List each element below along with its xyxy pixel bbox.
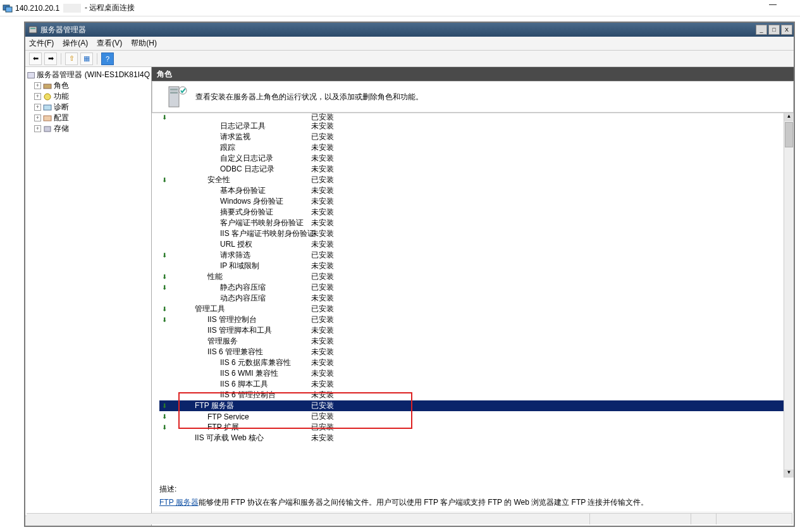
svg-point-6 (44, 94, 51, 100)
role-status: 已安装 (311, 175, 334, 185)
role-row[interactable]: 请求监视已安装 (159, 132, 784, 142)
role-row[interactable]: IIS 6 脚本工具未安装 (159, 379, 784, 390)
expand-icon[interactable]: + (34, 114, 41, 121)
role-row[interactable]: ⬇FTP Service已安装 (159, 411, 784, 422)
role-name: IP 和域限制 (169, 261, 259, 271)
role-row[interactable]: ⬇性能已安装 (159, 271, 784, 282)
back-button[interactable]: ⬅ (29, 53, 42, 65)
role-row[interactable]: ⬇IIS 管理控制台已安装 (159, 314, 784, 325)
role-status: 未安装 (311, 390, 334, 400)
features-icon (42, 92, 52, 101)
role-status: 未安装 (311, 325, 334, 336)
role-row[interactable]: ⬇已安装 (159, 113, 784, 121)
role-row[interactable]: ⬇静态内容压缩已安装 (159, 282, 784, 293)
svg-point-13 (179, 87, 187, 94)
role-row[interactable]: 基本身份验证未安装 (159, 185, 784, 196)
svg-rect-2 (29, 27, 37, 33)
scroll-down-arrow[interactable]: ▼ (784, 469, 794, 478)
role-row[interactable]: IIS 6 管理兼容性未安装 (159, 347, 784, 357)
installed-icon: ⬇ (159, 306, 169, 312)
description-text: FTP 服务器能够使用 FTP 协议在客户端和服务器之间传输文件。用户可以使用 … (159, 497, 782, 508)
close-button[interactable]: X (781, 25, 792, 35)
tree-features[interactable]: + 功能 (27, 91, 150, 102)
properties-button[interactable]: ▦ (80, 53, 93, 65)
menu-view[interactable]: 查看(V) (97, 38, 122, 49)
role-row[interactable]: IIS 6 元数据库兼容性未安装 (159, 357, 784, 368)
role-row[interactable]: IIS 6 WMI 兼容性未安装 (159, 368, 784, 379)
role-row[interactable]: ⬇FTP 服务器已安装 (159, 400, 784, 411)
role-status: 未安装 (311, 207, 334, 218)
info-banner: 查看安装在服务器上角色的运行状况，以及添加或删除角色和功能。 (152, 81, 794, 113)
role-row[interactable]: 自定义日志记录未安装 (159, 153, 784, 164)
menu-bar: 文件(F) 操作(A) 查看(V) 帮助(H) (25, 37, 794, 51)
role-row[interactable]: 管理服务未安装 (159, 336, 784, 347)
tree-roles[interactable]: + 角色 (27, 80, 150, 91)
role-status: 未安装 (311, 336, 334, 347)
menu-help[interactable]: 帮助(H) (131, 38, 157, 49)
role-row[interactable]: ⬇安全性已安装 (159, 175, 784, 185)
expand-icon[interactable]: + (34, 104, 41, 111)
role-status: 未安装 (311, 164, 334, 175)
role-status: 已安装 (311, 400, 334, 411)
expand-icon[interactable]: + (34, 125, 41, 132)
v-scrollbar[interactable]: ▲ ▼ (784, 113, 794, 478)
role-row[interactable]: 摘要式身份验证未安装 (159, 207, 784, 218)
role-row[interactable]: IIS 6 管理控制台未安装 (159, 390, 784, 400)
role-status: 未安装 (311, 368, 334, 379)
status-bar (27, 513, 792, 524)
nav-tree-panel: 服务器管理器 (WIN-ES1DK81I4Q + 角色 + 功能 + 诊断 (25, 67, 152, 526)
role-row[interactable]: Windows 身份验证未安装 (159, 196, 784, 207)
scroll-up-arrow[interactable]: ▲ (784, 113, 794, 121)
menu-file[interactable]: 文件(F) (29, 38, 54, 49)
svg-rect-12 (170, 92, 178, 94)
role-name: ODBC 日志记录 (169, 164, 274, 175)
tree-config[interactable]: + 配置 (27, 113, 150, 123)
section-header: 角色 (152, 67, 794, 81)
scroll-thumb[interactable] (785, 122, 793, 147)
installed-icon: ⬇ (159, 284, 169, 291)
role-status: 未安装 (311, 379, 334, 390)
role-row[interactable]: IP 和域限制未安装 (159, 261, 784, 271)
minimize-button[interactable]: _ (756, 25, 767, 35)
tree-diagnostics[interactable]: + 诊断 (27, 102, 150, 113)
svg-rect-3 (30, 28, 35, 29)
rdp-minimize-button[interactable]: — (765, 0, 781, 13)
role-row[interactable]: URL 授权未安装 (159, 239, 784, 250)
installed-icon: ⬇ (159, 402, 169, 409)
svg-rect-9 (44, 127, 51, 132)
expand-icon[interactable]: + (34, 93, 41, 100)
role-status: 已安装 (311, 282, 334, 293)
role-name: 跟踪 (169, 142, 235, 153)
role-row[interactable]: 跟踪未安装 (159, 142, 784, 153)
role-status: 已安装 (311, 250, 334, 261)
menu-action[interactable]: 操作(A) (63, 38, 88, 49)
window-titlebar[interactable]: 服务器管理器 _ □ X (25, 23, 794, 37)
description-link[interactable]: FTP 服务器 (159, 498, 199, 507)
role-row[interactable]: ⬇管理工具已安装 (159, 304, 784, 314)
tree-storage[interactable]: + 存储 (27, 123, 150, 134)
tree-root[interactable]: 服务器管理器 (WIN-ES1DK81I4Q (27, 70, 150, 80)
role-row[interactable]: IIS 可承载 Web 核心未安装 (159, 433, 784, 443)
role-row[interactable]: ⬇请求筛选已安装 (159, 250, 784, 261)
maximize-button[interactable]: □ (768, 25, 780, 35)
role-row[interactable]: 动态内容压缩未安装 (159, 293, 784, 304)
role-status: 未安装 (311, 347, 334, 357)
role-name: 安全性 (169, 175, 230, 185)
expand-icon[interactable]: + (34, 82, 41, 89)
installed-icon: ⬇ (159, 114, 169, 121)
role-row[interactable]: IIS 客户端证书映射身份验证未安装 (159, 228, 784, 239)
installed-icon: ⬇ (159, 316, 169, 323)
forward-button[interactable]: ➡ (44, 53, 57, 65)
role-row[interactable]: 客户端证书映射身份验证未安装 (159, 218, 784, 228)
description-label: 描述: (159, 484, 782, 495)
up-button[interactable]: ⇧ (65, 53, 78, 65)
role-row[interactable]: IIS 管理脚本和工具未安装 (159, 325, 784, 336)
role-row[interactable]: ⬇FTP 扩展已安装 (159, 422, 784, 433)
role-row[interactable]: 日志记录工具未安装 (159, 121, 784, 132)
role-name: 日志记录工具 (169, 121, 266, 132)
rdp-suffix: - 远程桌面连接 (85, 3, 135, 13)
help-button[interactable]: ? (101, 53, 114, 65)
role-name: IIS 6 元数据库兼容性 (169, 357, 291, 368)
role-name: IIS 管理控制台 (169, 314, 257, 325)
role-row[interactable]: ODBC 日志记录未安装 (159, 164, 784, 175)
